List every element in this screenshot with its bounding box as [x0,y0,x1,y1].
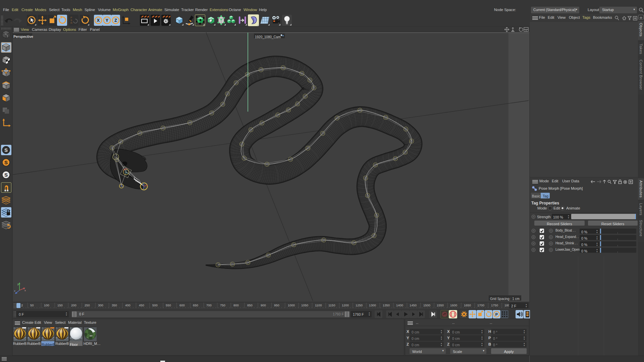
svg-text:P: P [495,312,498,316]
